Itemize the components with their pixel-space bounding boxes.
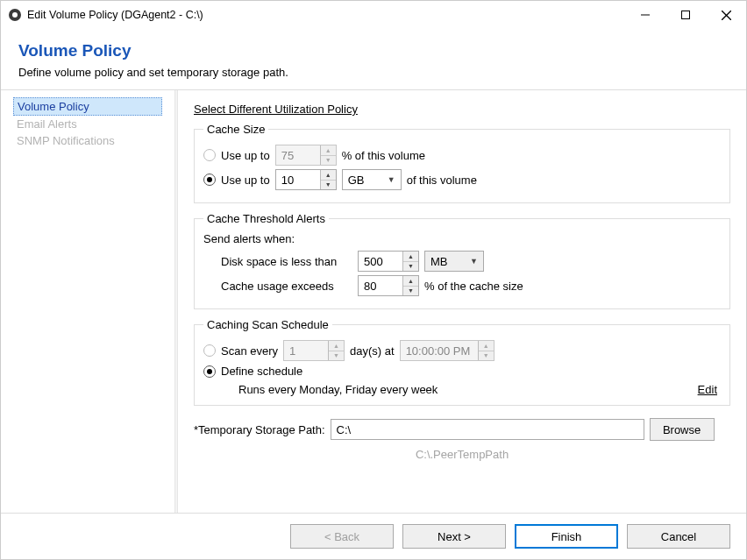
spinner-down-icon: ▼ — [329, 351, 344, 361]
spinner-up-icon[interactable]: ▲ — [321, 170, 336, 181]
define-schedule-row: Define schedule — [203, 365, 721, 378]
define-schedule-radio[interactable] — [203, 365, 216, 378]
footer: < Back Next > Finish Cancel — [1, 513, 746, 559]
body: Volume Policy Email Alerts SNMP Notifica… — [1, 90, 746, 513]
scan-every-row: Scan every 1 ▲▼ day(s) at 10:00:00 PM ▲▼ — [203, 340, 721, 361]
chevron-down-icon: ▼ — [388, 175, 395, 184]
sidebar-item-snmp-notifications: SNMP Notifications — [13, 132, 162, 149]
schedule-group: Caching Scan Schedule Scan every 1 ▲▼ da… — [194, 318, 730, 406]
spinner-down-icon[interactable]: ▼ — [321, 181, 336, 190]
select-policy-link[interactable]: Select Different Utilization Policy — [194, 103, 358, 116]
disk-alert-value[interactable]: 500 — [359, 255, 402, 268]
cache-absolute-suffix: of this volume — [407, 174, 477, 187]
cache-size-absolute-row: Use up to 10 ▲▼ GB ▼ of this volume — [203, 169, 721, 190]
scan-every-label: Scan every — [221, 344, 278, 358]
cache-percent-field: 75 ▲▼ — [275, 145, 337, 166]
page-title: Volume Policy — [18, 41, 729, 60]
app-icon — [8, 8, 22, 22]
disk-alert-spinner[interactable]: ▲▼ — [402, 252, 418, 271]
window-title: Edit Volume Policy (DGAgent2 - C:\) — [27, 9, 625, 21]
spinner-up-icon[interactable]: ▲ — [403, 276, 418, 287]
cache-size-legend: Cache Size — [203, 123, 268, 136]
content: Select Different Utilization Policy Cach… — [178, 90, 746, 513]
dialog-window: Edit Volume Policy (DGAgent2 - C:\) Volu… — [0, 0, 747, 560]
cache-absolute-label: Use up to — [221, 174, 270, 187]
cache-absolute-unit-combo[interactable]: GB ▼ — [342, 169, 402, 190]
chevron-down-icon: ▼ — [470, 257, 478, 266]
scan-every-value: 1 — [284, 344, 328, 358]
cache-absolute-spinner[interactable]: ▲▼ — [320, 170, 336, 189]
define-schedule-label: Define schedule — [221, 365, 302, 378]
svg-rect-3 — [682, 11, 690, 19]
cache-absolute-value[interactable]: 10 — [276, 174, 320, 187]
cancel-button[interactable]: Cancel — [627, 524, 730, 549]
scan-every-unit: day(s) at — [350, 344, 395, 358]
schedule-legend: Caching Scan Schedule — [203, 318, 332, 331]
usage-alert-label: Cache usage exceeds — [221, 280, 352, 293]
alerts-group: Cache Threshold Alerts Send alerts when:… — [194, 212, 730, 309]
spinner-up-icon[interactable]: ▲ — [403, 252, 418, 262]
cache-absolute-field[interactable]: 10 ▲▼ — [275, 169, 337, 190]
disk-alert-row: Disk space is less than 500 ▲▼ MB ▼ — [221, 251, 721, 272]
usage-alert-spinner[interactable]: ▲▼ — [402, 276, 418, 295]
scan-every-radio[interactable] — [203, 344, 216, 357]
spinner-up-icon: ▲ — [479, 341, 494, 351]
scan-time-spinner: ▲▼ — [478, 341, 494, 360]
cache-absolute-unit: GB — [348, 174, 365, 187]
page-subtitle: Define volume policy and set temporary s… — [18, 66, 729, 79]
next-button[interactable]: Next > — [402, 524, 506, 549]
maximize-button[interactable] — [665, 1, 706, 29]
header: Volume Policy Define volume policy and s… — [1, 29, 746, 89]
scan-time-value: 10:00:00 PM — [401, 344, 478, 358]
cache-size-group: Cache Size Use up to 75 ▲▼ % of this vol… — [194, 123, 730, 203]
usage-alert-value[interactable]: 80 — [359, 280, 402, 293]
svg-point-1 — [12, 12, 18, 18]
schedule-summary-row: Runs every Monday, Friday every week Edi… — [238, 383, 717, 396]
spinner-up-icon: ▲ — [321, 145, 336, 156]
cache-percent-value: 75 — [276, 149, 320, 162]
cache-percent-radio[interactable] — [203, 149, 216, 161]
browse-button[interactable]: Browse — [650, 418, 715, 441]
spinner-down-icon[interactable]: ▼ — [403, 262, 418, 272]
back-button: < Back — [290, 524, 394, 549]
sidebar-item-email-alerts: Email Alerts — [13, 116, 162, 132]
usage-alert-row: Cache usage exceeds 80 ▲▼ % of the cache… — [221, 275, 721, 296]
scan-every-spinner: ▲▼ — [328, 341, 344, 360]
cache-percent-suffix: % of this volume — [342, 149, 425, 162]
schedule-edit-link[interactable]: Edit — [698, 383, 717, 396]
disk-alert-label: Disk space is less than — [221, 255, 352, 268]
spinner-up-icon: ▲ — [329, 341, 344, 351]
usage-alert-suffix: % of the cache size — [424, 280, 523, 293]
temp-path-label: *Temporary Storage Path: — [194, 423, 325, 436]
close-button[interactable] — [706, 1, 746, 29]
usage-alert-field[interactable]: 80 ▲▼ — [358, 275, 419, 296]
schedule-summary: Runs every Monday, Friday every week — [238, 383, 438, 396]
titlebar: Edit Volume Policy (DGAgent2 - C:\) — [1, 1, 746, 29]
cache-absolute-radio[interactable] — [203, 174, 216, 186]
sidebar-item-volume-policy[interactable]: Volume Policy — [13, 97, 162, 116]
cache-size-percent-row: Use up to 75 ▲▼ % of this volume — [203, 145, 721, 166]
sidebar: Volume Policy Email Alerts SNMP Notifica… — [1, 90, 174, 513]
disk-alert-unit-combo[interactable]: MB ▼ — [424, 251, 484, 272]
alerts-intro: Send alerts when: — [203, 232, 721, 245]
spinner-down-icon: ▼ — [479, 351, 494, 361]
temp-path-field[interactable]: C:\ — [331, 419, 644, 440]
temp-path-value[interactable]: C:\ — [337, 423, 352, 436]
disk-alert-unit: MB — [430, 255, 448, 268]
spinner-down-icon: ▼ — [321, 156, 336, 166]
scan-every-field: 1 ▲▼ — [283, 340, 345, 361]
disk-alert-field[interactable]: 500 ▲▼ — [358, 251, 419, 272]
cache-percent-label: Use up to — [221, 149, 270, 162]
scan-time-field: 10:00:00 PM ▲▼ — [400, 340, 494, 361]
finish-button[interactable]: Finish — [515, 524, 618, 549]
temp-path-hint: C:\.PeerTempPath — [194, 448, 730, 461]
spinner-down-icon[interactable]: ▼ — [403, 287, 418, 296]
temp-path-row: *Temporary Storage Path: C:\ Browse — [194, 418, 730, 441]
minimize-button[interactable] — [625, 1, 665, 29]
cache-percent-spinner: ▲▼ — [320, 145, 336, 165]
window-buttons — [625, 1, 746, 29]
alerts-legend: Cache Threshold Alerts — [203, 212, 329, 225]
